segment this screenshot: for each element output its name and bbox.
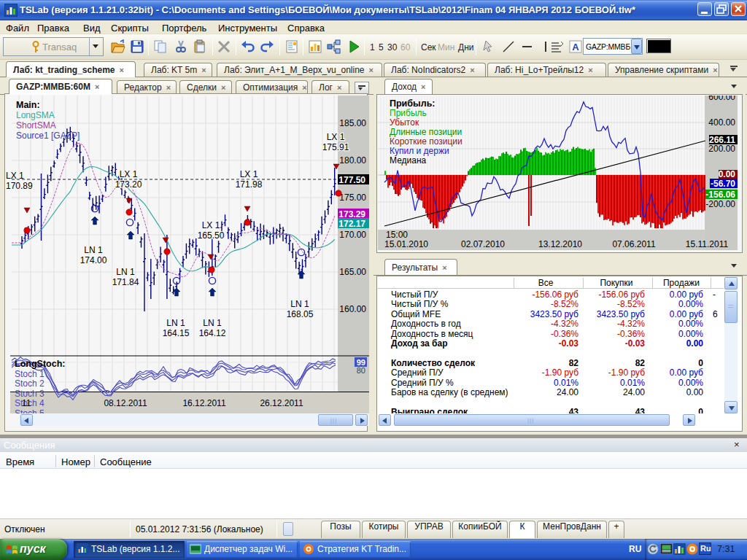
svg-text:168.05: 168.05 xyxy=(287,309,314,319)
svg-text:Source1 [GAZP]: Source1 [GAZP] xyxy=(16,131,80,141)
svg-text:99: 99 xyxy=(357,358,365,367)
svg-text:Прибыль: Прибыль xyxy=(390,108,427,118)
svg-text:175.91: 175.91 xyxy=(322,142,349,152)
svg-text:LN 1: LN 1 xyxy=(290,299,309,309)
svg-text:Main:: Main: xyxy=(16,100,40,110)
svg-text:173.20: 173.20 xyxy=(115,179,142,190)
svg-text:165.50: 165.50 xyxy=(198,230,225,241)
svg-text:174.00: 174.00 xyxy=(80,255,107,265)
svg-text:400.00: 400.00 xyxy=(708,117,735,128)
svg-text:11: 11 xyxy=(22,398,31,408)
svg-text:26.12.2011: 26.12.2011 xyxy=(260,398,303,408)
svg-text:Прибыль:: Прибыль: xyxy=(390,98,436,109)
svg-text:Stoch 5: Stoch 5 xyxy=(15,408,44,414)
svg-text:175.00: 175.00 xyxy=(339,192,366,203)
svg-text:LN 1: LN 1 xyxy=(84,245,103,255)
svg-text:164.12: 164.12 xyxy=(199,328,226,338)
svg-text:172.17: 172.17 xyxy=(338,219,365,229)
svg-text:A: A xyxy=(572,42,579,52)
svg-text:80: 80 xyxy=(357,366,365,375)
svg-text:Stoch 2: Stoch 2 xyxy=(15,378,44,389)
svg-text:Stoch 1: Stoch 1 xyxy=(15,369,44,379)
svg-text:LX 1: LX 1 xyxy=(327,132,345,142)
svg-text:LX 1: LX 1 xyxy=(120,169,138,179)
svg-text:165.00: 165.00 xyxy=(339,267,366,277)
svg-text:07.06.2011: 07.06.2011 xyxy=(612,239,655,249)
svg-text:266.11: 266.11 xyxy=(709,135,735,145)
svg-text:LongSMA: LongSMA xyxy=(16,110,55,120)
svg-text:LN 1: LN 1 xyxy=(203,318,222,328)
svg-text:-200.00: -200.00 xyxy=(705,199,735,209)
svg-text:LX 1: LX 1 xyxy=(240,169,258,179)
svg-text:Медиана: Медиана xyxy=(390,155,427,166)
svg-text:15:00: 15:00 xyxy=(386,230,408,240)
svg-text:600.00: 600.00 xyxy=(708,96,735,102)
svg-text:Короткие позиции: Короткие позиции xyxy=(390,136,462,147)
svg-text:15.01.2010: 15.01.2010 xyxy=(384,239,428,249)
svg-text:200.00: 200.00 xyxy=(708,144,735,154)
svg-text:08.12.2011: 08.12.2011 xyxy=(104,398,147,408)
svg-text:LongStoch:: LongStoch: xyxy=(15,359,65,369)
svg-text:177.50: 177.50 xyxy=(338,175,365,185)
svg-text:02.07.2010: 02.07.2010 xyxy=(461,239,505,249)
svg-text:164.15: 164.15 xyxy=(163,328,190,338)
svg-text:LN 1: LN 1 xyxy=(116,267,135,277)
svg-text:171.98: 171.98 xyxy=(236,179,263,190)
svg-text:173.29: 173.29 xyxy=(338,209,365,219)
svg-text:170.00: 170.00 xyxy=(339,230,366,240)
svg-text:13.12.2010: 13.12.2010 xyxy=(538,239,582,249)
svg-text:Длинные позиции: Длинные позиции xyxy=(390,127,462,137)
svg-text:15.11.2011: 15.11.2011 xyxy=(686,239,729,249)
svg-text:Купил и держи: Купил и держи xyxy=(390,146,449,156)
svg-text:16.12.2011: 16.12.2011 xyxy=(182,398,225,408)
svg-text:171.84: 171.84 xyxy=(112,277,139,287)
svg-text:160.00: 160.00 xyxy=(339,304,366,314)
svg-text:LX 1: LX 1 xyxy=(202,220,220,230)
svg-text:Stoch 3: Stoch 3 xyxy=(15,389,44,399)
svg-text:LN 1: LN 1 xyxy=(166,318,185,328)
svg-text:-56.70: -56.70 xyxy=(711,179,735,189)
svg-text:180.00: 180.00 xyxy=(339,155,366,166)
svg-text:Убыток: Убыток xyxy=(390,117,419,128)
svg-text:-156.06: -156.06 xyxy=(705,190,735,200)
svg-text:ShortSMA: ShortSMA xyxy=(16,120,56,131)
svg-text:185.00: 185.00 xyxy=(339,118,366,128)
